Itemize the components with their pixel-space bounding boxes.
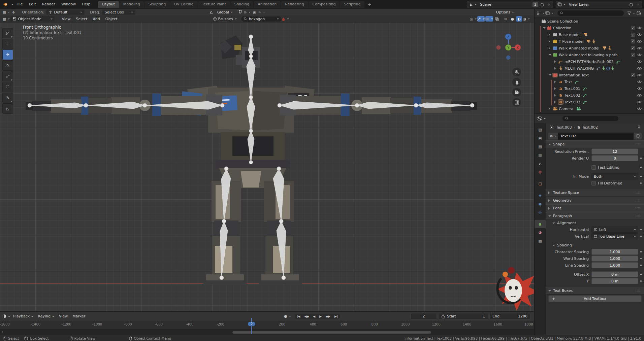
- jump-to-start-button[interactable]: |◀: [295, 314, 302, 319]
- frame-end-field[interactable]: End1200: [489, 313, 530, 319]
- disclosure-right-icon[interactable]: [554, 80, 557, 83]
- view-layer-tab[interactable]: ▥: [535, 151, 546, 159]
- breadcrumb-object[interactable]: Text.003: [556, 125, 572, 130]
- current-frame-field[interactable]: 2: [411, 313, 437, 319]
- property-value-slider[interactable]: 12: [591, 148, 638, 155]
- disclosure-down-icon[interactable]: [549, 54, 551, 57]
- mech-model[interactable]: [0, 23, 534, 311]
- tab-modeling[interactable]: Modeling: [119, 1, 144, 8]
- outliner-search-input[interactable]: [557, 10, 624, 16]
- editor-type-icon[interactable]: ▩: [3, 16, 10, 22]
- tab-texture-paint[interactable]: Texture Paint: [198, 1, 230, 8]
- proportional-editing-icon[interactable]: ◉: [251, 9, 257, 15]
- menu-help[interactable]: Help: [79, 0, 93, 9]
- viewport-3d[interactable]: Front Orthographic (2) Information Text …: [0, 23, 534, 311]
- outliner-row[interactable]: MECH WALKING: [535, 65, 644, 72]
- view-layer-datablock[interactable]: View Layer ×: [556, 1, 642, 8]
- animate-property-dot[interactable]: [640, 158, 642, 159]
- panel-header-shape[interactable]: Shape:::::: [546, 140, 644, 148]
- outliner-row[interactable]: Walk Animated model5✓: [535, 45, 644, 52]
- menu-file[interactable]: File: [13, 0, 26, 9]
- modifiers-tab[interactable]: ◈: [535, 191, 546, 199]
- outliner-row[interactable]: Information Text✓: [535, 72, 644, 78]
- outliner-row[interactable]: Scene Collection: [535, 18, 644, 25]
- blender-logo-icon[interactable]: [3, 2, 8, 7]
- timeline-channel-area[interactable]: ›: [0, 330, 534, 335]
- panel-header-paragraph[interactable]: Paragraph:::::: [546, 212, 644, 220]
- disclosure-right-icon[interactable]: [549, 107, 551, 110]
- outliner-row[interactable]: Camera: [535, 105, 644, 112]
- data-name-input[interactable]: Text.002: [558, 133, 634, 140]
- disclosure-right-icon[interactable]: [554, 67, 557, 70]
- panel-header-texture-space[interactable]: Texture Space:::::: [546, 189, 644, 197]
- eye-icon[interactable]: [637, 107, 642, 110]
- outliner-row[interactable]: Base model6✓: [535, 31, 644, 38]
- disclosure-down-icon[interactable]: [548, 215, 551, 218]
- brush-texture-icon[interactable]: [282, 16, 289, 22]
- view-layer-icon[interactable]: [556, 2, 567, 6]
- world-tab[interactable]: ◍: [535, 168, 546, 176]
- snap-magnet-icon[interactable]: [237, 9, 243, 15]
- shading-solid-icon[interactable]: ●: [509, 16, 515, 22]
- viewport-camera-button[interactable]: [512, 88, 521, 97]
- render-tab[interactable]: ▣: [535, 134, 546, 142]
- animate-property-dot[interactable]: [640, 176, 642, 177]
- panel-header-spacing[interactable]: Spacing: [546, 242, 644, 248]
- outliner-row[interactable]: aText.001: [535, 85, 644, 92]
- animate-property-dot[interactable]: [640, 265, 642, 266]
- shading-rendered-icon[interactable]: ◑: [523, 16, 530, 22]
- property-checkbox[interactable]: [591, 181, 596, 185]
- disclosure-right-icon[interactable]: [554, 87, 557, 90]
- visibility-checkbox[interactable]: ✓: [631, 33, 635, 37]
- eye-icon[interactable]: [637, 73, 642, 77]
- property-value-slider[interactable]: 1.000: [591, 255, 638, 262]
- proportional-falloff-icon[interactable]: ∿: [258, 9, 265, 15]
- scene-tab[interactable]: ◭: [535, 159, 546, 167]
- current-frame-badge[interactable]: 2: [248, 322, 255, 326]
- viewport-menu-select[interactable]: Select: [73, 17, 90, 21]
- snap-target-icon[interactable]: ⊪: [244, 9, 251, 15]
- animate-property-dot[interactable]: [640, 229, 642, 230]
- measure-tool[interactable]: ◺: [2, 103, 13, 114]
- outliner-row[interactable]: Walk Animated following a path✓: [535, 52, 644, 58]
- object-data-tab[interactable]: a: [535, 220, 546, 228]
- eye-icon[interactable]: [637, 46, 642, 50]
- viewport-menu-view[interactable]: View: [59, 17, 73, 21]
- options-dropdown[interactable]: Options: [494, 9, 516, 15]
- timeline-ruler[interactable]: 2 -1600-1400-1200-1000-800-600-400-20020…: [0, 321, 534, 330]
- scene-copy-icon[interactable]: [539, 3, 546, 6]
- animate-property-dot[interactable]: [640, 167, 642, 168]
- add-textbox-button[interactable]: +Add Textbox: [548, 295, 642, 302]
- tab-scripting[interactable]: Scripting: [340, 1, 364, 8]
- disclosure-down-icon[interactable]: [543, 27, 546, 30]
- disclosure-right-icon[interactable]: [549, 33, 551, 36]
- frame-start-field[interactable]: Start1: [438, 313, 488, 319]
- outliner-filter-funnel-icon[interactable]: [627, 10, 635, 16]
- brush-search-input[interactable]: hexagon: [241, 16, 282, 22]
- disclosure-down-icon[interactable]: [552, 223, 555, 225]
- property-value-slider[interactable]: 0 m: [591, 271, 638, 277]
- disclosure-right-icon[interactable]: [554, 101, 557, 103]
- play-button[interactable]: ▶: [317, 314, 324, 319]
- menu-edit[interactable]: Edit: [26, 0, 39, 9]
- scene-name[interactable]: Scene: [478, 2, 533, 7]
- timeline-menu-keying[interactable]: Keying: [36, 314, 57, 318]
- property-value-slider[interactable]: 1.000: [591, 262, 638, 268]
- view-layer-copy-icon[interactable]: [628, 3, 635, 6]
- visibility-checkbox[interactable]: ✓: [631, 73, 635, 77]
- timeline-menu-playback[interactable]: Playback: [11, 314, 36, 318]
- property-value-slider[interactable]: 0 m: [591, 278, 638, 284]
- menu-render[interactable]: Render: [39, 0, 58, 9]
- tab-rendering[interactable]: Rendering: [281, 1, 308, 8]
- eye-icon[interactable]: [637, 80, 642, 83]
- scene-unlink-button[interactable]: ×: [546, 2, 553, 7]
- disclosure-right-icon[interactable]: [548, 192, 551, 194]
- animate-property-dot[interactable]: [640, 236, 642, 237]
- material-tab[interactable]: ◕: [535, 228, 546, 236]
- object-visibility-icon[interactable]: ◎: [470, 16, 477, 22]
- outliner-row[interactable]: aText: [535, 78, 644, 85]
- outliner-row[interactable]: aText.002: [535, 92, 644, 99]
- channel-expand-arrow[interactable]: ›: [2, 330, 3, 334]
- data-type-icon[interactable]: a: [548, 133, 558, 139]
- disclosure-right-icon[interactable]: [548, 199, 551, 202]
